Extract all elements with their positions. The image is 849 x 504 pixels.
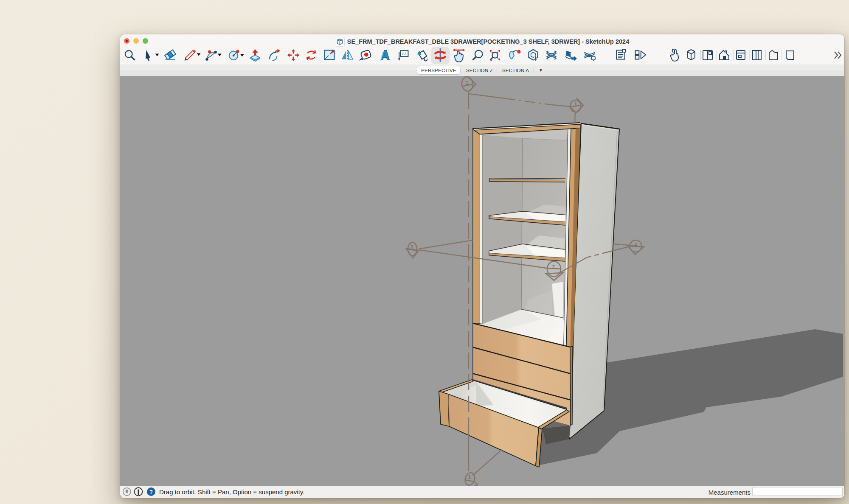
svg-text:z: z [635, 241, 637, 247]
svg-text:1: 1 [574, 101, 577, 107]
svg-text:1: 1 [466, 80, 469, 86]
svg-text:2: 2 [410, 244, 413, 250]
svg-text:1: 1 [468, 474, 471, 480]
svg-text:z: z [552, 263, 555, 269]
